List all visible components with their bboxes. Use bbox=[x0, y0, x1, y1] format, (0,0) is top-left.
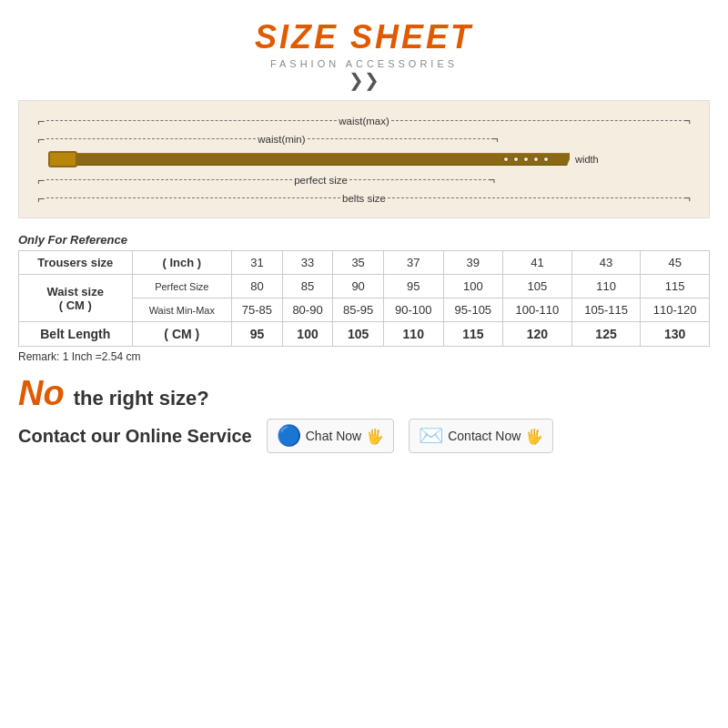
table-section: Only For Reference Trousers size ( Inch … bbox=[18, 226, 710, 369]
contact-line: Contact our Online Service 🔵 Chat Now 🖐 … bbox=[18, 419, 710, 453]
chevron-icon: ❯❯ bbox=[18, 71, 710, 89]
wm-1: 80-90 bbox=[282, 298, 333, 322]
belts-size-row: ⌐ belts size ¬ bbox=[37, 189, 691, 207]
bl-7: 130 bbox=[641, 322, 710, 347]
chat-now-button[interactable]: 🔵 Chat Now 🖐 bbox=[267, 419, 394, 453]
contact-now-label: Contact Now bbox=[448, 429, 521, 443]
belt-length-label: Belt Length bbox=[19, 322, 133, 347]
col-41: 41 bbox=[503, 251, 572, 275]
wm-5: 100-110 bbox=[503, 298, 572, 322]
wm-0: 75-85 bbox=[232, 298, 283, 322]
waist-max-label: waist(max) bbox=[339, 116, 389, 126]
hand-icon: 🖐 bbox=[366, 428, 384, 445]
col-37: 37 bbox=[383, 251, 443, 275]
no-text: No bbox=[18, 374, 65, 413]
chat-emoji-icon: 🔵 bbox=[277, 424, 301, 448]
bl-5: 120 bbox=[503, 322, 572, 347]
no-size-question-line: No the right size? bbox=[18, 374, 710, 413]
waist-min-row: ⌐ waist(min) ¬ bbox=[37, 130, 691, 147]
pv-0: 80 bbox=[232, 275, 283, 298]
belt-holes bbox=[496, 153, 556, 166]
waist-max-row: ⌐ waist(max) ¬ bbox=[37, 112, 691, 129]
perfect-size-row: Waist size ( CM ) Perfect Size 80 85 90 … bbox=[19, 275, 710, 298]
wm-2: 85-95 bbox=[333, 298, 384, 322]
contact-text: Contact our Online Service bbox=[18, 426, 252, 447]
col-31: 31 bbox=[232, 251, 283, 275]
belt-visual: width bbox=[37, 150, 691, 168]
bl-4: 115 bbox=[443, 322, 503, 347]
bl-2: 105 bbox=[333, 322, 384, 347]
contact-now-button[interactable]: ✉️ Contact Now 🖐 bbox=[409, 419, 553, 453]
col-43: 43 bbox=[571, 251, 641, 275]
perfect-size-label: perfect size bbox=[294, 175, 348, 186]
col-35: 35 bbox=[333, 251, 384, 275]
col-33: 33 bbox=[282, 251, 333, 275]
bl-1: 100 bbox=[282, 322, 333, 347]
page-title: SIZE SHEET bbox=[18, 18, 710, 56]
belt-length-row: Belt Length ( CM ) 95 100 105 110 115 12… bbox=[19, 322, 710, 347]
wm-7: 110-120 bbox=[641, 298, 710, 322]
inch-header: ( Inch ) bbox=[132, 251, 232, 275]
belt-length-cm-label: ( CM ) bbox=[132, 322, 232, 347]
col-45: 45 bbox=[641, 251, 710, 275]
no-size-question: the right size? bbox=[74, 387, 209, 410]
pv-5: 105 bbox=[503, 275, 572, 298]
reference-label: Only For Reference bbox=[18, 233, 710, 247]
pv-7: 115 bbox=[641, 275, 710, 298]
header-section: SIZE SHEET FASHION ACCESSORIES ❯❯ bbox=[18, 18, 710, 89]
chat-now-label: Chat Now bbox=[306, 429, 361, 443]
remark-text: Remark: 1 Inch =2.54 cm bbox=[18, 350, 710, 363]
pv-2: 90 bbox=[333, 275, 384, 298]
belt-diagram: ⌐ waist(max) ¬ ⌐ waist(min) ¬ bbox=[18, 100, 710, 218]
waist-minmax-sublabel: Waist Min-Max bbox=[132, 298, 232, 322]
wm-3: 90-100 bbox=[383, 298, 443, 322]
trousers-size-header: Trousers size bbox=[19, 251, 133, 275]
cta-section: No the right size? Contact our Online Se… bbox=[18, 374, 710, 453]
table-header-row: Trousers size ( Inch ) 31 33 35 37 39 41… bbox=[19, 251, 710, 275]
pv-3: 95 bbox=[383, 275, 443, 298]
perfect-size-sublabel: Perfect Size bbox=[132, 275, 232, 298]
wm-4: 95-105 bbox=[443, 298, 503, 322]
size-table: Trousers size ( Inch ) 31 33 35 37 39 41… bbox=[18, 250, 710, 347]
waist-min-label: waist(min) bbox=[258, 134, 305, 145]
bl-0: 95 bbox=[232, 322, 283, 347]
col-39: 39 bbox=[443, 251, 503, 275]
belts-size-label: belts size bbox=[342, 193, 386, 204]
waist-size-cell: Waist size ( CM ) bbox=[19, 275, 133, 322]
pv-6: 110 bbox=[571, 275, 641, 298]
belt-buckle-icon bbox=[48, 151, 77, 167]
pv-4: 100 bbox=[443, 275, 503, 298]
width-label: width bbox=[575, 154, 599, 165]
mail-emoji-icon: ✉️ bbox=[419, 424, 443, 448]
wm-6: 105-115 bbox=[571, 298, 641, 322]
bl-6: 125 bbox=[571, 322, 641, 347]
subtitle: FASHION ACCESSORIES bbox=[18, 58, 710, 69]
perfect-size-row: ⌐ perfect size ¬ bbox=[37, 171, 691, 188]
pv-1: 85 bbox=[282, 275, 333, 298]
bl-3: 110 bbox=[383, 322, 443, 347]
hand2-icon: 🖐 bbox=[525, 428, 543, 445]
